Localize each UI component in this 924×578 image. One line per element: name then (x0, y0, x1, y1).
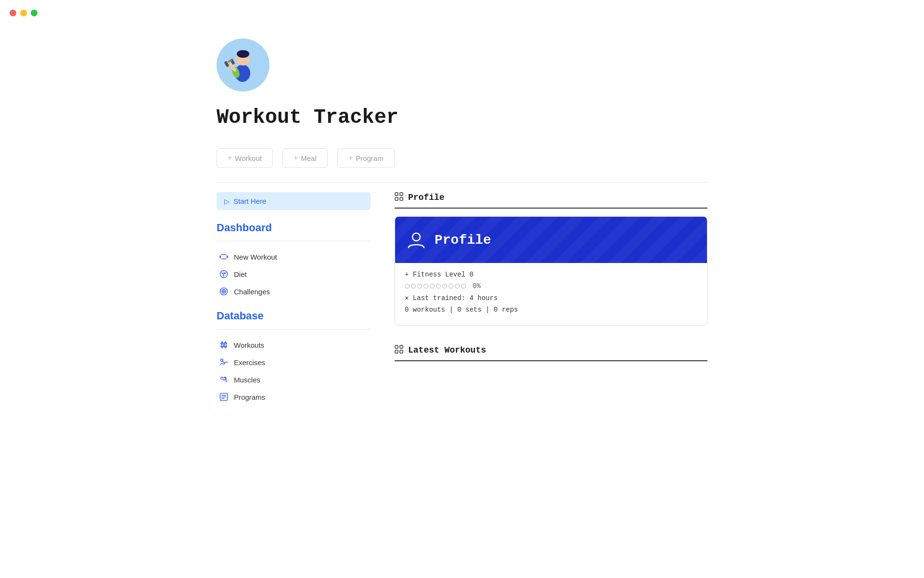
circle-10 (461, 284, 466, 289)
circle-4 (424, 284, 428, 289)
sidebar-item-exercises[interactable]: Exercises (217, 354, 371, 371)
sidebar-item-workouts-db[interactable]: Workouts (217, 336, 371, 354)
diet-label: Diet (234, 270, 247, 278)
plus-icon: + (228, 154, 232, 162)
programs-icon (218, 392, 229, 402)
workout-stats-label: 0 workouts | 0 sets | 0 reps (405, 306, 518, 314)
muscles-label: Muscles (234, 376, 260, 384)
page-container: Workout Tracker + Workout + Meal + Progr… (197, 0, 727, 434)
challenges-icon (218, 286, 229, 297)
svg-rect-21 (400, 193, 403, 196)
latest-workouts-title: Latest Workouts (408, 345, 486, 355)
plus-icon-program: + (348, 154, 353, 162)
progress-percent: 0% (473, 282, 481, 290)
database-section: Database Workouts (217, 310, 371, 406)
svg-rect-28 (400, 350, 403, 353)
svg-rect-27 (395, 350, 398, 353)
play-icon: ▷ (224, 197, 230, 205)
profile-card-body: + Fitness Level 0 (395, 263, 707, 325)
circle-1 (405, 284, 410, 289)
profile-card-banner: Profile (395, 217, 707, 263)
diet-icon (218, 269, 229, 279)
svg-point-4 (237, 50, 249, 58)
add-workout-label: Workout (235, 154, 262, 162)
sidebar-item-muscles[interactable]: Muscles (217, 371, 371, 388)
fitness-level-row: + Fitness Level 0 (405, 271, 697, 278)
circle-6 (436, 284, 441, 289)
circle-3 (417, 284, 422, 289)
circle-8 (449, 284, 453, 289)
svg-point-9 (220, 288, 228, 295)
svg-rect-23 (400, 197, 403, 200)
hero-avatar (217, 39, 270, 92)
close-button[interactable] (10, 10, 16, 16)
dashboard-divider (217, 241, 371, 241)
add-meal-label: Meal (301, 154, 317, 162)
muscles-icon (218, 374, 229, 385)
last-trained-label: ✕ Last trained: 4 hours (405, 294, 498, 302)
sidebar-item-diet[interactable]: Diet (217, 265, 371, 283)
sidebar: ▷ Start Here Dashboard New Workout (217, 192, 371, 406)
add-program-button[interactable]: + Program (337, 148, 395, 168)
traffic-lights (10, 10, 38, 16)
profile-section-title: Profile (408, 193, 445, 202)
grid-icon (395, 192, 403, 203)
add-meal-button[interactable]: + Meal (282, 148, 328, 168)
exercises-icon (218, 357, 229, 368)
main-content: Profile Profile + Fitness Level 0 (395, 192, 707, 406)
maximize-button[interactable] (31, 10, 38, 16)
svg-rect-22 (395, 197, 398, 200)
start-here-label: Start Here (233, 197, 266, 205)
circle-2 (411, 284, 416, 289)
workouts-db-icon (218, 340, 229, 350)
dashboard-section-title: Dashboard (217, 222, 371, 234)
svg-rect-25 (395, 345, 398, 348)
start-here-item[interactable]: ▷ Start Here (217, 192, 371, 210)
grid-icon-workouts (395, 345, 403, 355)
sidebar-item-challenges[interactable]: Challenges (217, 283, 371, 300)
exercises-label: Exercises (234, 358, 265, 367)
sidebar-item-new-workout[interactable]: New Workout (217, 248, 371, 265)
profile-section-header: Profile (395, 192, 707, 209)
new-workout-label: New Workout (234, 253, 277, 261)
circle-9 (455, 284, 460, 289)
fitness-level-label: + Fitness Level 0 (405, 271, 474, 278)
circle-5 (430, 284, 435, 289)
profile-card[interactable]: Profile + Fitness Level 0 (395, 216, 707, 326)
svg-point-11 (223, 290, 224, 292)
svg-point-24 (412, 233, 420, 241)
database-divider (217, 329, 371, 329)
quick-actions-bar: + Workout + Meal + Program (217, 148, 707, 168)
content-grid: ▷ Start Here Dashboard New Workout (217, 192, 707, 406)
profile-card-title: Profile (435, 233, 491, 248)
svg-point-10 (222, 289, 226, 293)
workout-stats-row: 0 workouts | 0 sets | 0 reps (405, 306, 697, 314)
minimize-button[interactable] (20, 10, 27, 16)
programs-label: Programs (234, 393, 265, 401)
svg-rect-20 (395, 193, 398, 196)
sidebar-item-programs[interactable]: Programs (217, 388, 371, 406)
challenges-label: Challenges (234, 288, 270, 296)
main-divider (217, 182, 707, 183)
add-workout-button[interactable]: + Workout (217, 148, 273, 168)
add-program-label: Program (356, 154, 384, 162)
progress-circles (405, 284, 466, 289)
dumbbell-icon (218, 251, 229, 262)
svg-point-15 (220, 359, 223, 361)
circle-7 (442, 284, 447, 289)
workouts-db-label: Workouts (234, 341, 264, 349)
plus-icon-meal: + (294, 154, 298, 162)
svg-rect-26 (400, 345, 403, 348)
page-title: Workout Tracker (217, 106, 707, 129)
latest-workouts-header: Latest Workouts (395, 345, 707, 361)
database-section-title: Database (217, 310, 371, 322)
progress-row: 0% (405, 282, 697, 290)
last-trained-row: ✕ Last trained: 4 hours (405, 294, 697, 302)
